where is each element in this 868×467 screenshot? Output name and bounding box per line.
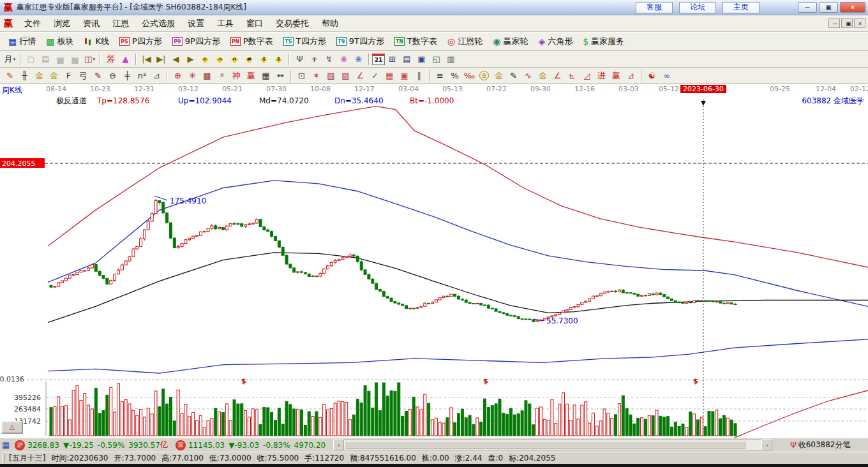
titlebar-link-2[interactable]: 主页 [722,2,760,13]
circle-ruler-button[interactable]: ⊖ [105,69,120,82]
menu-item-1[interactable]: 浏览 [47,17,77,31]
hand-tool-button[interactable]: Ψ [292,52,307,66]
quarter-tool-button[interactable]: ⊿ [624,69,638,82]
menu-item-6[interactable]: 工具 [211,17,240,31]
nav-prev-button[interactable]: ◀ [168,52,183,66]
winner-service-button[interactable]: $赢家服务 [578,34,629,49]
red-box-grid-button[interactable]: ▣ [397,69,412,82]
menu-item-0[interactable]: 文件 [18,17,47,31]
measure-tool-button[interactable]: ↯ [322,52,336,66]
win-gann-button[interactable]: 赢 [609,69,624,82]
trend-pen-button[interactable]: ✎ [3,69,17,82]
menu-item-4[interactable]: 公式选股 [135,17,181,31]
n-square-button[interactable]: n² [135,69,149,82]
clipboard-button[interactable]: ▤ [38,52,53,66]
shen-tool-button[interactable]: 神 [229,69,244,82]
ruler-grid-button[interactable]: ▦ [258,69,273,82]
circle-cross-button[interactable]: ⊕ [170,69,185,82]
titlebar-link-1[interactable]: 论坛 [679,2,716,13]
horizontal-scrollbar[interactable]: ‹ › [333,440,772,450]
p-number-table-button[interactable]: PNP数字表 [226,34,278,49]
nav-first-button[interactable]: |◀ [139,52,154,66]
gann-web-button[interactable]: ✳ [185,69,200,82]
mini-chart-2-button[interactable]: ▅ [68,52,82,66]
market-grid-icon[interactable]: ▦ [2,440,10,450]
infinity-button[interactable]: ∞ [659,69,674,82]
menu-item-7[interactable]: 窗口 [240,17,269,31]
line-ruler-button[interactable]: ╪ [120,69,135,82]
gold-circle-button[interactable]: 金 [477,69,491,82]
spiral-button[interactable]: 弓 [76,69,91,82]
web-box-button[interactable]: ▩ [200,69,214,82]
nav-next-button[interactable]: ▶ [183,52,198,66]
shade-band-2-button[interactable]: ▧ [338,69,353,82]
net-print-button[interactable]: ▥ [444,52,458,66]
close-button[interactable]: × [840,2,865,13]
kline-chart[interactable]: 204.20550.0136395226263484131742175.4910… [0,94,868,438]
9p-square-button[interactable]: P99P四方形 [168,34,225,49]
trend-color-button[interactable]: ▲ [118,52,133,66]
child-restore-button[interactable]: ▣ [841,19,853,28]
fibonacci-button[interactable]: F [61,69,76,82]
scroll-left-button[interactable]: ‹ [333,440,344,450]
sectors-button[interactable]: ▩板块 [41,34,78,49]
menu-item-3[interactable]: 江恩 [106,17,135,31]
wave-tool-button[interactable]: ∿ [521,69,535,82]
minimize-button[interactable]: ─ [798,2,817,13]
gold-lines-button[interactable]: 金 [491,69,506,82]
angle-line-button[interactable]: ∠ [353,69,368,82]
candle-style-button[interactable]: ◫▾ [82,52,97,66]
pattern-pink-button[interactable]: ❀ [336,52,351,66]
crosshair-tool-button[interactable]: + [307,52,322,66]
net-export-button[interactable]: ◱ [429,52,444,66]
9t-square-button[interactable]: T99T四方形 [332,34,389,49]
diamond-compress-button[interactable]: ◆↕ [257,52,271,66]
nav-last-button[interactable]: ▶| [154,52,168,66]
golden-grid-2-button[interactable]: 金 [47,69,61,82]
angle-ruler-button[interactable]: ⊿ [149,69,164,82]
scrollbar-track[interactable] [344,440,761,450]
calculator-button[interactable]: ⊞ [385,52,400,66]
win-tool-button[interactable]: 赢 [244,69,258,82]
speed-resist-button[interactable]: 进 [594,69,609,82]
chip-distribution-button[interactable]: 筹 [103,52,118,66]
scroll-right-button[interactable]: › [761,440,772,450]
diamond-swap-button[interactable]: ◆⇄ [242,52,257,66]
taichi-button[interactable]: ☯ [645,69,659,82]
ray-fan-button[interactable]: ✶ [309,69,324,82]
gann-wheel-button[interactable]: ◎江恩轮 [443,34,487,49]
mini-chart-1-button[interactable]: ▅ [53,52,68,66]
golden-grid-1-button[interactable]: 金 [32,69,47,82]
menu-item-2[interactable]: 资讯 [77,17,106,31]
titlebar-link-0[interactable]: 客服 [636,2,673,13]
percent-tool-button[interactable]: % [447,69,462,82]
hexagon-button[interactable]: ◈六角形 [534,34,577,49]
diamond-h-expand-button[interactable]: ◆↔ [227,52,242,66]
t-number-table-button[interactable]: TNT数字表 [390,34,442,49]
pattern-blue-button[interactable]: ❀ [351,52,366,66]
menu-item-5[interactable]: 设置 [181,17,211,31]
permille-tool-button[interactable]: ‰ [462,69,477,82]
box-range-button[interactable]: ⊡ [294,69,309,82]
period-selector-button[interactable]: 月▾ [3,52,17,66]
scrollbar-thumb[interactable] [345,441,745,449]
kline-button[interactable]: K线 [79,34,114,49]
ink-marker-button[interactable]: ✎ [506,69,521,82]
stats-lines-button[interactable]: ≡ [433,69,447,82]
child-close-button[interactable]: × [854,19,865,28]
width-measure-button[interactable]: ↔ [273,69,288,82]
diamond-expand-all-button[interactable]: ◆⇕ [271,52,286,66]
diamond-left-button[interactable]: ◆← [198,52,213,66]
gold-angle-button[interactable]: 金 [535,69,550,82]
calendar-button[interactable]: 21 [372,54,385,65]
restore-button[interactable]: ▣ [819,2,838,13]
t-square-button[interactable]: TST四方形 [279,34,331,49]
paint-pen-button[interactable]: ✎ [91,69,105,82]
notes-button[interactable]: ▤ [400,52,414,66]
save-button[interactable]: ▣ [414,52,429,66]
child-minimize-button[interactable]: ─ [828,19,840,28]
parallel-lines-button[interactable]: ∥ [412,69,426,82]
shade-band-button[interactable]: ▨ [324,69,338,82]
f-angle-button[interactable]: ⊾ [565,69,580,82]
j-angle-button[interactable]: ∠ [550,69,565,82]
